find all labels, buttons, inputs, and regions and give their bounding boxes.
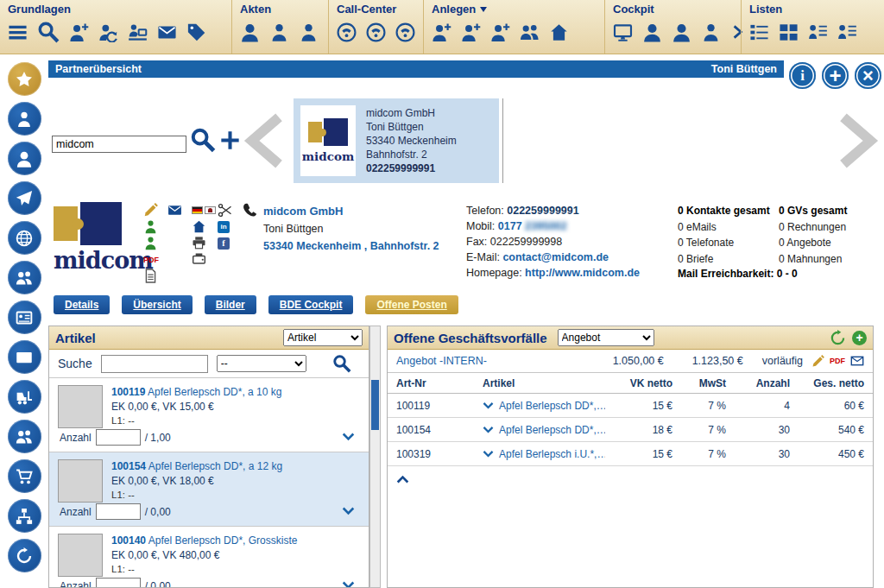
artikel-scrollbar[interactable] (369, 326, 381, 588)
facebook-icon[interactable]: f (218, 237, 230, 250)
partner-search-icon[interactable] (190, 127, 216, 153)
article-expand-chevron-icon[interactable] (342, 430, 355, 443)
chevron-down-icon (480, 7, 487, 12)
flags-icon[interactable] (192, 206, 216, 214)
tag-icon[interactable] (186, 22, 206, 42)
person-add-icon[interactable] (69, 22, 89, 42)
list-icon[interactable] (749, 22, 769, 42)
person-icon[interactable] (701, 22, 721, 42)
article-expand-chevron-icon[interactable] (342, 504, 355, 517)
gv-mail-icon[interactable] (850, 354, 864, 368)
gv-expand-chevron-icon[interactable] (483, 400, 494, 411)
e-mail-label: E-Mail: (466, 251, 502, 263)
sidebar-person-button[interactable] (8, 102, 41, 136)
home-add-icon[interactable] (549, 22, 569, 42)
person-icon[interactable] (299, 22, 319, 42)
gv-expand-chevron-icon[interactable] (483, 448, 494, 459)
edit-gv-icon[interactable] (811, 355, 824, 368)
artikel-search-icon[interactable] (332, 354, 351, 373)
close-button[interactable]: × (855, 62, 881, 89)
person-green-icon[interactable] (143, 219, 158, 234)
gv-summary-label[interactable]: Angebot -INTERN- (396, 355, 584, 367)
person-green-icon[interactable] (143, 236, 158, 250)
sidebar-plane-button[interactable] (8, 181, 41, 215)
anzahl-input[interactable] (96, 503, 141, 520)
sidebar-mail-button[interactable] (8, 340, 41, 374)
group-icon[interactable] (520, 22, 540, 42)
list-grid-icon[interactable] (779, 22, 799, 42)
sidebar-group-button[interactable] (8, 420, 41, 453)
artikel-search-input[interactable] (101, 355, 208, 373)
mail-icon[interactable] (157, 22, 177, 42)
workstation-icon[interactable] (128, 22, 148, 42)
scissors-icon[interactable] (218, 203, 232, 218)
sidebar-bust-button[interactable] (8, 142, 41, 175)
e-mail-value[interactable]: contact@midcom.de (502, 251, 609, 263)
sidebar-cart-button[interactable] (8, 459, 41, 493)
fax-icon[interactable] (192, 252, 206, 267)
tab-details[interactable]: Details (54, 295, 110, 314)
sidebar-globe-button[interactable] (8, 221, 41, 255)
person-plus-icon[interactable] (490, 22, 510, 42)
person-note-icon[interactable] (837, 22, 857, 42)
gv-pdf-icon[interactable]: PDF (830, 357, 845, 365)
mail-icon[interactable] (167, 203, 182, 218)
pencil-icon[interactable] (143, 203, 158, 218)
doc-icon[interactable] (143, 269, 158, 283)
artikel-type-select[interactable]: Artikel (283, 329, 363, 346)
previous-partner-chevron-icon[interactable] (238, 112, 295, 169)
person-icon[interactable] (269, 22, 289, 42)
partner-search-input[interactable] (52, 136, 186, 153)
company-name-link[interactable]: midcom GmbH (263, 205, 458, 218)
gv-type-select[interactable]: Angebot (558, 329, 654, 346)
tab-bilder[interactable]: Bilder (205, 295, 256, 314)
sidebar-sitemap-button[interactable] (8, 499, 41, 533)
group-add-icon[interactable] (461, 22, 481, 42)
sidebar-forklift-button[interactable] (8, 380, 41, 414)
phone-hold-icon[interactable] (395, 22, 415, 42)
scrollbar-thumb[interactable] (371, 380, 379, 430)
gv-mwst: 7 % (672, 424, 726, 436)
pdf-icon[interactable]: PDF (143, 256, 159, 264)
home-icon[interactable] (192, 219, 206, 234)
bust-icon[interactable] (240, 22, 260, 42)
anzahl-input[interactable] (96, 578, 141, 588)
partner-card[interactable]: midcom midcom GmbHToni Büttgen53340 Meck… (294, 98, 499, 183)
homepage-value[interactable]: http://www.midcom.de (525, 267, 640, 279)
sidebar-compass-button[interactable] (8, 539, 41, 572)
phone-out-icon[interactable] (366, 22, 386, 42)
add-button[interactable]: + (822, 62, 849, 89)
article-expand-chevron-icon[interactable] (342, 579, 355, 588)
gv-collapse-chevron-icon[interactable] (396, 473, 409, 486)
artikel-filter-select[interactable]: -- (217, 355, 306, 372)
bust-icon[interactable] (672, 22, 691, 42)
e-mail-line: E-Mail: contact@midcom.de (466, 251, 675, 263)
menu-icon[interactable] (8, 22, 28, 42)
monitor-icon[interactable] (613, 22, 633, 42)
list-person-icon[interactable] (808, 22, 828, 42)
article-thumbnail (58, 459, 103, 503)
phone-in-icon[interactable] (337, 22, 357, 42)
linkedin-icon[interactable]: in (218, 221, 230, 233)
phone-handset-icon[interactable] (242, 203, 257, 218)
sidebar-star-button[interactable] (8, 62, 41, 96)
tab-bde-cockpit[interactable]: BDE Cockpit (268, 295, 354, 314)
tab-bersicht[interactable]: Übersicht (122, 295, 192, 314)
person-add-icon[interactable] (432, 22, 451, 42)
sidebar-card-button[interactable] (8, 300, 41, 334)
refresh-icon[interactable] (830, 330, 846, 346)
address-link[interactable]: 53340 Meckenheim , Bahnhofstr. 2 (263, 240, 458, 252)
mobil-value[interactable]: 0177 (498, 220, 525, 232)
bust-icon[interactable] (642, 22, 662, 42)
gv-vk-netto: 15 € (605, 448, 672, 460)
anzahl-input[interactable] (96, 429, 141, 446)
next-partner-chevron-icon[interactable] (827, 112, 884, 169)
add-gv-icon[interactable]: + (852, 331, 867, 345)
sidebar-people-button[interactable] (8, 261, 41, 294)
gv-expand-chevron-icon[interactable] (483, 424, 494, 435)
tab-offene-posten[interactable]: Offene Posten (365, 295, 458, 314)
search-icon[interactable] (37, 21, 60, 43)
person-sync-icon[interactable] (98, 22, 118, 42)
printer-icon[interactable] (192, 236, 206, 250)
info-button[interactable]: i (789, 62, 816, 89)
